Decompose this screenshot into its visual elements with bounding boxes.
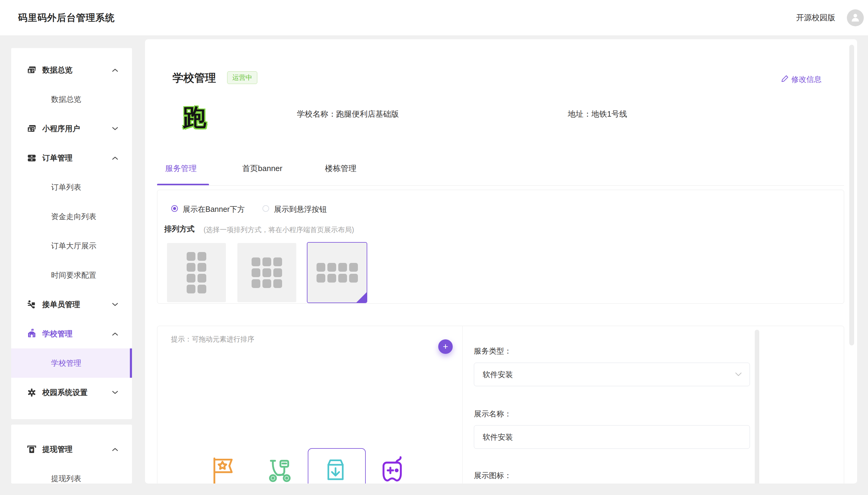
sidebar-item-data-overview[interactable]: 数据总览 bbox=[11, 85, 132, 114]
school-management-icon bbox=[26, 329, 37, 339]
data-overview-icon bbox=[26, 65, 37, 75]
layout-option-2x4[interactable] bbox=[167, 243, 226, 302]
page-title: 学校管理 bbox=[173, 71, 216, 86]
arrange-mode-hint: (选择一项排列方式，将在小程序端首页展示布局) bbox=[203, 225, 354, 235]
active-item-indicator bbox=[130, 348, 132, 378]
sidebar-group-label: 数据总览 bbox=[42, 65, 72, 75]
sidebar-item-label: 提现列表 bbox=[51, 474, 81, 483]
sidebar-item-order-hall-display[interactable]: 订单大厅展示 bbox=[11, 231, 132, 260]
chevron-up-icon bbox=[112, 332, 118, 336]
package-icon[interactable] bbox=[322, 456, 349, 483]
sidebar-item-label: 时间要求配置 bbox=[51, 270, 96, 280]
campus-settings-icon bbox=[26, 388, 37, 398]
school-logo: 跑 bbox=[180, 103, 209, 132]
chevron-down-icon bbox=[112, 127, 118, 131]
courier-management-icon bbox=[26, 300, 37, 310]
header-right: 开源校园版 bbox=[796, 10, 864, 26]
status-badge: 运营中 bbox=[227, 71, 257, 84]
sidebar-group-label: 接单员管理 bbox=[42, 300, 80, 309]
radio-show-under-banner-label[interactable]: 展示在Banner下方 bbox=[183, 204, 245, 214]
withdrawal-icon: ¥ bbox=[26, 444, 37, 455]
sidebar-group-label: 小程序用户 bbox=[42, 124, 80, 134]
gamepad-icon[interactable] bbox=[378, 456, 407, 483]
sidebar-withdraw-card: ¥ 提现管理 提现列表 bbox=[11, 425, 132, 483]
chevron-down-icon bbox=[112, 303, 118, 306]
display-name-input[interactable] bbox=[474, 425, 750, 449]
add-service-button[interactable]: + bbox=[438, 339, 453, 354]
layout-preview-grid bbox=[317, 263, 358, 283]
sidebar-item-order-list[interactable]: 订单列表 bbox=[11, 173, 132, 202]
chevron-up-icon bbox=[112, 447, 118, 451]
tab-home-banner[interactable]: 首页banner bbox=[242, 163, 282, 174]
sidebar-item-label: 数据总览 bbox=[51, 94, 81, 104]
school-name-value: 跑腿便利店基础版 bbox=[336, 109, 399, 118]
sidebar-item-withdraw-list[interactable]: 提现列表 bbox=[11, 464, 132, 483]
tabs-divider bbox=[157, 185, 844, 186]
chevron-down-icon bbox=[112, 391, 118, 394]
chevron-up-icon bbox=[112, 68, 118, 72]
chevron-down-icon bbox=[735, 372, 742, 377]
page-scrollbar-thumb[interactable] bbox=[849, 45, 854, 345]
selected-corner-mark bbox=[356, 292, 367, 303]
sidebar-group-label: 订单管理 bbox=[42, 153, 72, 163]
school-name-label: 学校名称： bbox=[297, 109, 336, 118]
layout-preview-grid bbox=[252, 257, 282, 288]
sidebar-group-label: 校园系统设置 bbox=[42, 388, 88, 397]
school-address-label: 地址： bbox=[568, 109, 591, 118]
panel-divider bbox=[462, 326, 463, 483]
layout-option-4x2[interactable] bbox=[307, 242, 367, 303]
sidebar-group-school-management[interactable]: 学校管理 bbox=[11, 319, 132, 348]
sidebar-group-miniprogram-users[interactable]: 小程序用户 bbox=[11, 114, 132, 143]
sidebar-item-funds-flow-list[interactable]: 资金走向列表 bbox=[11, 202, 132, 231]
sidebar-group-label: 提现管理 bbox=[42, 444, 72, 454]
scooter-icon[interactable] bbox=[265, 456, 294, 483]
sidebar-item-school-management[interactable]: 学校管理 bbox=[11, 348, 132, 378]
sidebar-group-order-management[interactable]: 订单管理 bbox=[11, 143, 132, 173]
edit-info-button[interactable]: 修改信息 bbox=[781, 74, 821, 84]
user-avatar[interactable] bbox=[847, 10, 864, 26]
display-icon-label: 展示图标： bbox=[474, 471, 512, 480]
layout-preview-grid bbox=[187, 252, 206, 293]
sidebar-item-time-requirement-config[interactable]: 时间要求配置 bbox=[11, 260, 132, 290]
sidebar-item-label: 订单列表 bbox=[51, 182, 81, 192]
radio-show-float-button[interactable] bbox=[263, 205, 269, 212]
sidebar-item-label: 学校管理 bbox=[51, 358, 81, 368]
sidebar-group-label: 学校管理 bbox=[42, 329, 72, 339]
school-name-field: 学校名称：跑腿便利店基础版 bbox=[297, 109, 399, 119]
miniprogram-user-icon bbox=[26, 124, 37, 134]
sidebar: 数据总览 数据总览 小程序用户 订单管理 订单列表 资金走向列表 订单 bbox=[11, 48, 132, 419]
school-address-field: 地址：地铁1号线 bbox=[568, 109, 627, 119]
sidebar-item-label: 订单大厅展示 bbox=[51, 241, 96, 251]
sidebar-group-courier-management[interactable]: 接单员管理 bbox=[11, 290, 132, 319]
radio-show-under-banner[interactable] bbox=[171, 205, 178, 212]
sidebar-group-data-overview[interactable]: 数据总览 bbox=[11, 55, 132, 85]
chevron-up-icon bbox=[112, 156, 118, 160]
drag-sort-hint: 提示：可拖动元素进行排序 bbox=[171, 335, 254, 344]
arrange-mode-label: 排列方式 bbox=[164, 224, 195, 234]
tab-service-management[interactable]: 服务管理 bbox=[165, 163, 197, 174]
app-title: 码里码外后台管理系统 bbox=[18, 12, 115, 24]
app-header: 码里码外后台管理系统 开源校园版 bbox=[0, 0, 868, 35]
sidebar-group-campus-settings[interactable]: 校园系统设置 bbox=[11, 378, 132, 407]
service-type-label: 服务类型： bbox=[474, 346, 512, 356]
form-scrollbar-thumb[interactable] bbox=[755, 330, 759, 483]
svg-text:¥: ¥ bbox=[30, 448, 33, 453]
tab-building-management[interactable]: 楼栋管理 bbox=[325, 163, 356, 174]
edit-info-label: 修改信息 bbox=[791, 74, 821, 84]
sidebar-item-label: 资金走向列表 bbox=[51, 211, 96, 222]
flag-icon[interactable] bbox=[209, 456, 238, 483]
sidebar-group-withdrawal-management[interactable]: ¥ 提现管理 bbox=[11, 434, 132, 464]
app-root: 码里码外后台管理系统 开源校园版 数据总览 数据总览 小程序用户 bbox=[0, 0, 868, 495]
service-type-select[interactable]: 软件安装 bbox=[474, 363, 750, 386]
display-name-label: 展示名称： bbox=[474, 409, 512, 419]
display-options-panel: 展示在Banner下方 展示到悬浮按钮 排列方式 (选择一项排列方式，将在小程序… bbox=[157, 190, 844, 304]
layout-option-3x3[interactable] bbox=[237, 243, 296, 302]
school-address-value: 地铁1号线 bbox=[591, 109, 627, 118]
pencil-icon bbox=[781, 75, 789, 84]
edition-label: 开源校园版 bbox=[796, 12, 835, 23]
radio-show-float-button-label[interactable]: 展示到悬浮按钮 bbox=[274, 204, 327, 214]
person-icon bbox=[850, 12, 861, 24]
main-content-card: 学校管理 运营中 修改信息 跑 学校名称：跑腿便利店基础版 地址：地铁1号线 服… bbox=[145, 39, 857, 483]
service-sorter-panel: 提示：可拖动元素进行排序 + bbox=[157, 326, 844, 483]
service-type-value: 软件安装 bbox=[483, 370, 513, 379]
